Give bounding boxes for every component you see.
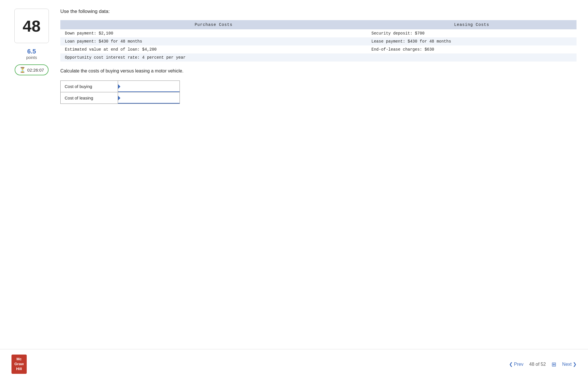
answer-input-1[interactable] bbox=[118, 92, 180, 104]
footer-nav: ❮ Prev 48 of 52 ⊞ Next ❯ bbox=[509, 361, 577, 368]
next-chevron-icon: ❯ bbox=[573, 361, 577, 367]
data-cell-3-1 bbox=[367, 53, 577, 62]
prev-button[interactable]: ❮ Prev bbox=[509, 361, 523, 367]
prev-chevron-icon: ❮ bbox=[509, 361, 513, 367]
question-intro: Use the following data: bbox=[60, 9, 577, 14]
answer-label-1: Cost of leasing bbox=[61, 92, 118, 104]
data-cell-3-0: Opportunity cost interest rate: 4 percen… bbox=[60, 53, 367, 62]
data-cell-2-1: End-of-lease charges: $630 bbox=[367, 45, 577, 53]
answer-input-cell-1[interactable] bbox=[118, 92, 180, 104]
data-cell-0-0: Down payment: $2,100 bbox=[60, 29, 367, 37]
next-button[interactable]: Next ❯ bbox=[562, 361, 577, 367]
page-indicator: 48 of 52 bbox=[529, 362, 546, 367]
answer-input-cell-0[interactable] bbox=[118, 81, 180, 92]
data-table: Purchase Costs Leasing Costs Down paymen… bbox=[60, 20, 577, 62]
question-body: Calculate the costs of buying versus lea… bbox=[60, 68, 577, 74]
data-cell-2-0: Estimated value at end of loan: $4,200 bbox=[60, 45, 367, 53]
timer-icon: ⏳ bbox=[19, 67, 26, 73]
data-cell-1-1: Lease payment: $430 for 48 months bbox=[367, 37, 577, 45]
purchase-costs-header: Purchase Costs bbox=[60, 20, 367, 29]
answer-table: Cost of buyingCost of leasing bbox=[60, 81, 180, 104]
footer: Mc Graw Hill ❮ Prev 48 of 52 ⊞ Next ❯ bbox=[0, 349, 588, 379]
answer-label-0: Cost of buying bbox=[61, 81, 118, 92]
leasing-costs-header: Leasing Costs bbox=[367, 20, 577, 29]
data-cell-0-1: Security deposit: $700 bbox=[367, 29, 577, 37]
question-number: 48 bbox=[14, 9, 49, 43]
mcgraw-hill-logo: Mc Graw Hill bbox=[11, 355, 27, 374]
points-label: points bbox=[26, 55, 37, 60]
timer-badge: ⏳ 02:26:07 bbox=[15, 64, 49, 75]
data-cell-1-0: Loan payment: $430 for 48 months bbox=[60, 37, 367, 45]
timer-value: 02:26:07 bbox=[27, 68, 44, 72]
answer-input-0[interactable] bbox=[118, 81, 180, 92]
points-value: 6.5 bbox=[27, 48, 36, 55]
grid-icon[interactable]: ⊞ bbox=[552, 361, 556, 368]
